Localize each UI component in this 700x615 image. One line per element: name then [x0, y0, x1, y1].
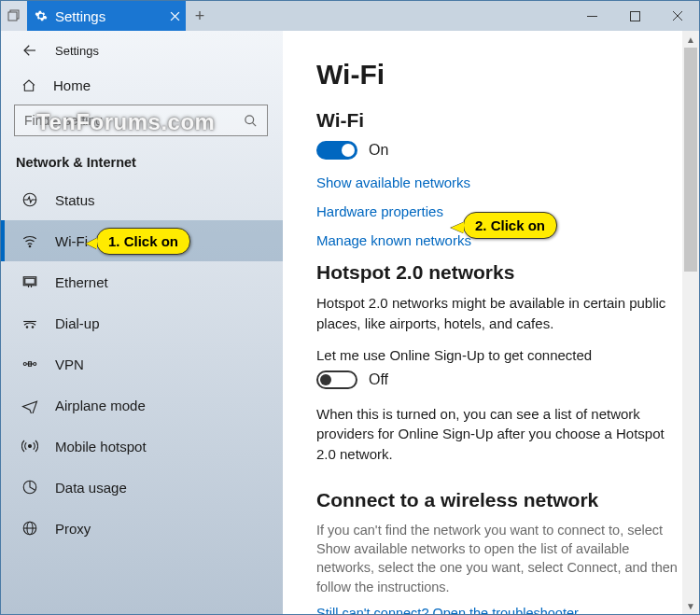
svg-point-20 — [34, 363, 36, 366]
hotspot-heading: Hotspot 2.0 networks — [316, 261, 680, 284]
back-icon[interactable] — [21, 42, 38, 59]
adjacent-tab-edge[interactable] — [1, 1, 27, 31]
ethernet-icon — [21, 273, 38, 290]
link-troubleshooter[interactable]: Still can't connect? Open the troublesho… — [316, 606, 680, 614]
tab-strip: Settings + — [1, 1, 699, 31]
home-icon — [21, 78, 36, 93]
wifi-heading: Wi-Fi — [316, 109, 680, 132]
link-show-networks[interactable]: Show available networks — [316, 175, 680, 190]
proxy-icon — [21, 520, 38, 537]
sidebar-item-label: Dial-up — [55, 315, 100, 331]
sidebar-item-ethernet[interactable]: Ethernet — [1, 261, 283, 302]
sidebar-item-label: Data usage — [55, 480, 127, 496]
scroll-down-icon[interactable]: ▼ — [682, 597, 699, 614]
breadcrumb: Settings — [55, 44, 99, 58]
sidebar-item-label: Status — [55, 192, 95, 208]
close-window-button[interactable] — [656, 1, 699, 31]
search-icon — [244, 114, 258, 128]
scrollbar[interactable]: ▲ ▼ — [682, 31, 699, 614]
svg-point-19 — [23, 363, 26, 366]
maximize-button[interactable] — [613, 1, 656, 31]
svg-rect-14 — [25, 278, 35, 284]
gear-icon — [35, 9, 48, 22]
sidebar-item-label: VPN — [55, 356, 84, 372]
hotspot-icon — [21, 438, 38, 454]
main-panel: Wi-Fi Wi-Fi On Show available networks H… — [283, 31, 699, 614]
new-tab-button[interactable]: + — [186, 1, 214, 31]
sidebar-item-label: Airplane mode — [55, 398, 146, 413]
tab-settings[interactable]: Settings — [27, 1, 186, 31]
dialup-icon — [21, 314, 38, 331]
scroll-thumb[interactable] — [684, 48, 697, 272]
sidebar-item-label: Ethernet — [55, 274, 108, 290]
connect-help: If you can't find the network you want t… — [316, 521, 680, 596]
hotspot-toggle-label: Let me use Online Sign-Up to get connect… — [316, 347, 680, 363]
hotspot-note: When this is turned on, you can see a li… — [316, 404, 680, 465]
sidebar-item-status[interactable]: Status — [1, 179, 283, 220]
minimize-button[interactable] — [570, 1, 613, 31]
search-placeholder: Find a setting — [24, 113, 244, 128]
sidebar-home-label: Home — [53, 77, 91, 93]
sidebar-category: Network & Internet — [1, 136, 283, 179]
close-icon[interactable] — [170, 11, 180, 21]
svg-point-23 — [29, 445, 32, 448]
sidebar-item-hotspot[interactable]: Mobile hotspot — [1, 426, 283, 467]
page-title: Wi-Fi — [316, 59, 680, 91]
copy-icon — [7, 9, 21, 22]
svg-point-9 — [245, 115, 254, 123]
sidebar: Settings TenForums.com Home Find a setti… — [1, 31, 283, 614]
wifi-icon — [21, 232, 38, 249]
vpn-icon — [21, 356, 38, 372]
wifi-toggle[interactable] — [316, 141, 357, 160]
datausage-icon — [21, 479, 38, 496]
annotation-callout-1: 1. Click on — [96, 228, 190, 255]
sidebar-item-label: Wi-Fi — [55, 233, 88, 249]
svg-point-18 — [32, 327, 34, 328]
svg-line-10 — [252, 122, 256, 126]
sidebar-item-dialup[interactable]: Dial-up — [1, 302, 283, 343]
hotspot-desc: Hotspot 2.0 networks might be available … — [316, 293, 680, 334]
svg-point-17 — [26, 327, 28, 328]
svg-rect-5 — [630, 11, 639, 21]
sidebar-home[interactable]: Home — [1, 68, 283, 105]
tab-title: Settings — [55, 8, 162, 24]
wifi-toggle-state: On — [369, 142, 388, 159]
hotspot-toggle[interactable] — [316, 370, 357, 389]
svg-point-12 — [29, 245, 31, 247]
annotation-callout-2: 2. Click on — [463, 212, 557, 239]
sidebar-item-proxy[interactable]: Proxy — [1, 508, 283, 549]
scroll-up-icon[interactable]: ▲ — [682, 31, 699, 48]
connect-heading: Connect to a wireless network — [316, 489, 680, 511]
airplane-icon — [21, 397, 38, 413]
hotspot-toggle-state: Off — [369, 371, 388, 388]
sidebar-item-label: Mobile hotspot — [55, 439, 147, 454]
search-input[interactable]: Find a setting — [14, 105, 268, 136]
sidebar-item-datausage[interactable]: Data usage — [1, 467, 283, 508]
svg-rect-1 — [8, 12, 17, 21]
status-icon — [21, 191, 38, 208]
sidebar-item-label: Proxy — [55, 521, 91, 537]
sidebar-item-airplane[interactable]: Airplane mode — [1, 384, 283, 426]
sidebar-item-vpn[interactable]: VPN — [1, 343, 283, 384]
